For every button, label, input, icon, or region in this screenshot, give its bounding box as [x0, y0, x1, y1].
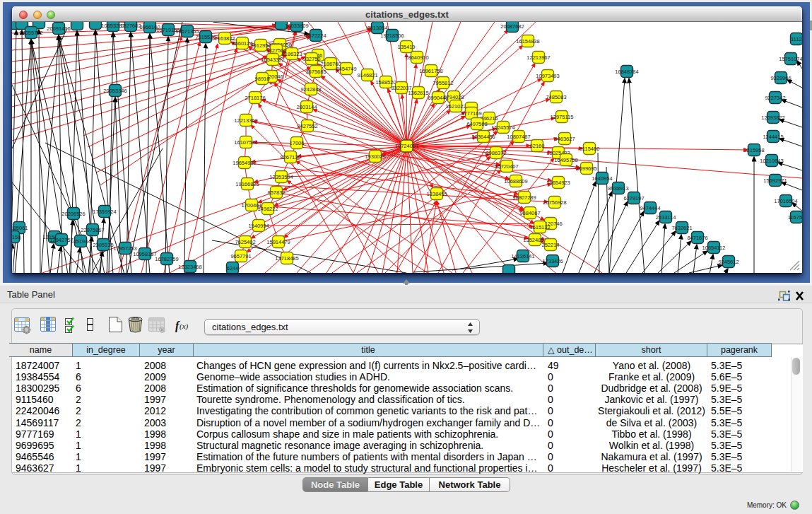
svg-text:8427552: 8427552 [297, 123, 317, 129]
svg-text:9329966: 9329966 [770, 75, 791, 81]
svg-text:3215958: 3215958 [743, 147, 764, 153]
svg-text:16848784: 16848784 [615, 69, 638, 75]
svg-text:8572224: 8572224 [305, 33, 326, 39]
svg-text:8660124: 8660124 [232, 40, 252, 47]
svg-text:18807289: 18807289 [512, 194, 536, 201]
svg-text:6244: 6244 [227, 265, 239, 271]
svg-text:185061: 185061 [12, 225, 28, 231]
svg-text:16245574: 16245574 [491, 124, 514, 131]
svg-text:2803144: 2803144 [296, 104, 317, 110]
svg-text:1451944: 1451944 [70, 238, 90, 245]
svg-text:1930029: 1930029 [365, 153, 385, 160]
svg-text:18640910: 18640910 [405, 54, 428, 61]
svg-text:1362615: 1362615 [408, 90, 428, 96]
svg-text:7515526: 7515526 [195, 34, 216, 40]
svg-text:252214: 252214 [541, 242, 559, 248]
svg-text:6497568: 6497568 [466, 121, 487, 127]
svg-text:16782759: 16782759 [155, 256, 178, 262]
svg-text:1338455: 1338455 [426, 191, 447, 197]
svg-text:7955812: 7955812 [433, 80, 453, 86]
svg-text:1244415: 1244415 [763, 134, 783, 140]
svg-text:116753: 116753 [788, 214, 802, 221]
svg-text:16543392: 16543392 [261, 57, 284, 63]
svg-text:17006: 17006 [290, 140, 305, 146]
svg-text:1498222: 1498222 [257, 206, 278, 212]
svg-text:1112: 1112 [791, 36, 802, 42]
svg-text:932750: 932750 [302, 56, 320, 62]
svg-text:6794028: 6794028 [443, 94, 464, 100]
svg-text:12213369: 12213369 [234, 117, 257, 124]
svg-text:20756928: 20756928 [543, 199, 566, 206]
svg-text:16107534: 16107534 [234, 139, 257, 146]
svg-text:9245612: 9245612 [718, 259, 739, 265]
svg-text:9242848: 9242848 [300, 86, 321, 93]
svg-text:20364436: 20364436 [471, 134, 495, 140]
svg-text:14136141: 14136141 [511, 253, 534, 259]
svg-text:6379197: 6379197 [623, 195, 644, 201]
svg-text:1540994: 1540994 [248, 223, 269, 229]
svg-text:12323468: 12323468 [178, 264, 201, 270]
svg-text:2933114: 2933114 [656, 214, 676, 221]
svg-text:9474444: 9474444 [640, 205, 660, 211]
svg-text:93159: 93159 [12, 234, 20, 240]
svg-text:15692971: 15692971 [763, 177, 787, 184]
svg-text:18724007: 18724007 [395, 143, 418, 149]
svg-text:1527602: 1527602 [120, 23, 141, 29]
svg-text:17359924: 17359924 [93, 209, 116, 215]
svg-text:9463627: 9463627 [554, 136, 575, 142]
svg-text:7485083: 7485083 [546, 94, 566, 100]
svg-text:19654923: 19654923 [546, 180, 570, 186]
svg-text:8267130: 8267130 [280, 154, 300, 160]
svg-text:9115460: 9115460 [579, 146, 600, 152]
svg-text:9227342: 9227342 [765, 95, 785, 101]
svg-text:2986372: 2986372 [486, 150, 506, 156]
svg-text:19654932: 19654932 [233, 160, 256, 166]
svg-text:9684067: 9684067 [519, 210, 540, 216]
svg-text:15914479: 15914479 [266, 239, 290, 245]
svg-text:16154838: 16154838 [516, 38, 539, 45]
svg-text:16033809: 16033809 [285, 23, 308, 29]
svg-text:8471676: 8471676 [687, 235, 707, 241]
svg-text:17016504: 17016504 [774, 198, 797, 204]
svg-text:19166825: 19166825 [235, 181, 259, 187]
svg-text:12975115: 12975115 [551, 114, 574, 120]
svg-text:20087682: 20087682 [500, 23, 524, 30]
svg-text:20206526: 20206526 [61, 211, 85, 217]
svg-text:16495758: 16495758 [554, 157, 577, 163]
svg-text:12093822: 12093822 [761, 115, 784, 121]
svg-text:8186323: 8186323 [281, 51, 302, 57]
svg-text:10807487: 10807487 [507, 134, 530, 140]
svg-text:8938913: 8938913 [608, 185, 628, 192]
svg-text:9146821: 9146821 [357, 72, 377, 78]
svg-text:2305135: 2305135 [93, 242, 113, 248]
svg-text:20091406: 20091406 [47, 25, 70, 32]
svg-text:3675685: 3675685 [305, 69, 326, 75]
svg-text:857832: 857832 [267, 189, 285, 196]
svg-text:(x): (x) [180, 322, 189, 331]
svg-text:2718176: 2718176 [245, 95, 265, 101]
svg-text:9777169: 9777169 [461, 110, 481, 117]
svg-text:14055712: 14055712 [19, 30, 42, 36]
svg-text:22975867: 22975867 [81, 227, 104, 233]
svg-text:1621022: 1621022 [445, 103, 466, 110]
svg-text:9657791: 9657791 [230, 253, 251, 259]
svg-text:9699695: 9699695 [576, 165, 596, 172]
svg-text:7625402: 7625402 [235, 239, 255, 245]
svg-text:13718485: 13718485 [275, 255, 298, 262]
svg-text:20053346: 20053346 [103, 88, 126, 94]
svg-text:10973493: 10973493 [536, 73, 559, 79]
svg-text:10654112: 10654112 [702, 245, 726, 251]
svg-text:1733426: 1733426 [542, 258, 563, 264]
svg-text:135419: 135419 [397, 44, 415, 50]
svg-text:62160: 62160 [530, 143, 545, 149]
svg-text:16961758: 16961758 [419, 68, 442, 74]
svg-text:15720407: 15720407 [495, 163, 518, 170]
svg-text:7632621: 7632621 [671, 225, 692, 231]
svg-text:10688609: 10688609 [504, 178, 527, 185]
svg-text:8454749: 8454749 [336, 66, 356, 72]
svg-text:8813054: 8813054 [367, 25, 387, 31]
svg-text:98916: 98916 [255, 76, 270, 82]
svg-text:1640954: 1640954 [592, 175, 612, 182]
svg-text:15751074: 15751074 [779, 56, 802, 62]
svg-text:19218506: 19218506 [380, 33, 404, 39]
